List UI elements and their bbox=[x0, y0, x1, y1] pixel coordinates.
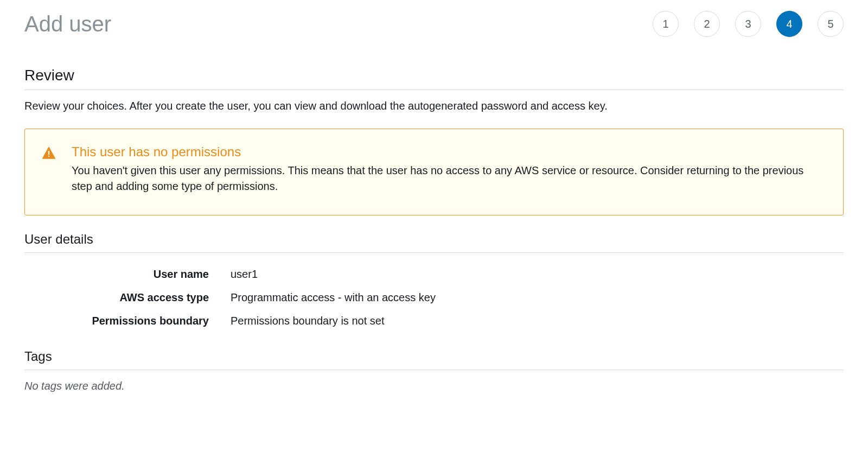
wizard-step-5[interactable]: 5 bbox=[818, 11, 844, 37]
tags-empty-text: No tags were added. bbox=[24, 380, 844, 392]
wizard-step-4[interactable]: 4 bbox=[776, 11, 802, 37]
detail-value: Permissions boundary is not set bbox=[231, 315, 384, 327]
warning-icon bbox=[41, 145, 56, 194]
detail-value: user1 bbox=[231, 268, 258, 281]
detail-row-username: User name user1 bbox=[24, 263, 844, 286]
wizard-step-1[interactable]: 1 bbox=[653, 11, 679, 37]
wizard-step-3[interactable]: 3 bbox=[735, 11, 761, 37]
warning-alert: This user has no permissions You haven't… bbox=[24, 129, 844, 215]
review-description: Review your choices. After you create th… bbox=[24, 100, 844, 112]
review-heading: Review bbox=[24, 67, 844, 90]
svg-rect-1 bbox=[48, 156, 49, 157]
user-details-list: User name user1 AWS access type Programm… bbox=[24, 263, 844, 333]
detail-row-access-type: AWS access type Programmatic access - wi… bbox=[24, 286, 844, 309]
detail-value: Programmatic access - with an access key bbox=[231, 291, 436, 304]
wizard-step-2[interactable]: 2 bbox=[694, 11, 720, 37]
tags-heading: Tags bbox=[24, 349, 844, 370]
alert-title: This user has no permissions bbox=[72, 144, 827, 160]
alert-content: This user has no permissions You haven't… bbox=[72, 144, 827, 194]
detail-label: User name bbox=[24, 268, 231, 281]
detail-label: Permissions boundary bbox=[24, 315, 231, 327]
alert-description: You haven't given this user any permissi… bbox=[72, 163, 827, 194]
detail-row-permissions-boundary: Permissions boundary Permissions boundar… bbox=[24, 309, 844, 333]
user-details-heading: User details bbox=[24, 232, 844, 253]
page-header: Add user 1 2 3 4 5 bbox=[24, 11, 844, 37]
tags-section: Tags No tags were added. bbox=[24, 349, 844, 392]
svg-rect-0 bbox=[48, 151, 49, 155]
page-title: Add user bbox=[24, 12, 111, 36]
wizard-steps: 1 2 3 4 5 bbox=[653, 11, 844, 37]
detail-label: AWS access type bbox=[24, 291, 231, 304]
